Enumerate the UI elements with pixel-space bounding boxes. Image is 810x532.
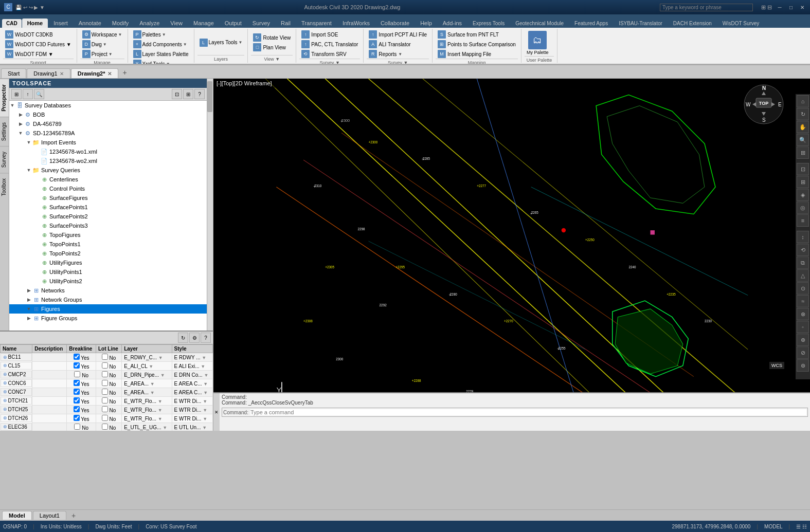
vp-tool-5[interactable]: ≡	[797, 214, 809, 227]
command-input-field[interactable]	[250, 409, 806, 415]
tree-item-survey-queries[interactable]: ▼ 📁 Survey Queries	[9, 166, 207, 175]
tree-item-utility-points1[interactable]: ▶ ⊕ UtilityPoints1	[9, 267, 207, 277]
vp-tool-16[interactable]: ⊛	[797, 359, 809, 372]
layer-dropdown[interactable]: ▼	[150, 390, 155, 395]
add-components-dropdown[interactable]: +Add Components ▼	[131, 40, 191, 49]
data-table[interactable]: Name Description Breakline Lot Line Laye…	[0, 344, 213, 431]
tab-addins[interactable]: Add-ins	[438, 19, 467, 28]
cell-lotline[interactable]: No	[96, 353, 121, 362]
tab-survey[interactable]: Survey	[0, 146, 9, 173]
vp-tool-orbit[interactable]: ↻	[797, 108, 809, 120]
tree-item-surface-points3[interactable]: ▶ ⊕ SurfacePoints3	[9, 221, 207, 230]
style-dropdown[interactable]: ▼	[203, 416, 207, 421]
table-row[interactable]: ⊕ CONC6 Yes No E_AREA... ▼ E AREA C... ▼	[1, 379, 213, 388]
cell-lotline[interactable]: No	[96, 397, 121, 406]
expand-icon-import-events[interactable]: ▼	[26, 139, 32, 145]
table-row[interactable]: ⊕ DTCH21 Yes No E_WTR_Flo... ▼ E WTR Di.…	[1, 397, 213, 406]
viewport[interactable]: [-][Top][2D Wireframe]	[213, 79, 810, 431]
tree-item-topo-figures[interactable]: ▶ ⊕ TopoFigures	[9, 230, 207, 240]
lotline-checkbox[interactable]	[102, 362, 108, 369]
vp-tool-7[interactable]: ⟲	[797, 244, 809, 256]
tab-toolbox[interactable]: Toolbox	[0, 173, 9, 201]
tree-item-network-groups[interactable]: ▶ ⊞ Network Groups	[9, 295, 207, 304]
breakline-checkbox[interactable]	[74, 406, 80, 412]
cell-breakline[interactable]: Yes	[67, 406, 96, 414]
tab-express[interactable]: Express Tools	[467, 19, 510, 28]
rotate-view-button[interactable]: ↻Rotate View	[251, 33, 293, 42]
vp-tool-8[interactable]: ⧉	[797, 256, 809, 269]
table-refresh-icon[interactable]: ↻	[178, 333, 188, 343]
vp-tool-14[interactable]: ⊕	[797, 334, 809, 346]
lotline-checkbox[interactable]	[102, 397, 108, 403]
search-box[interactable]: Type a keyword or phrase	[660, 4, 753, 11]
breakline-checkbox[interactable]	[74, 371, 80, 377]
import-soe-button[interactable]: ↑Import SOE	[299, 30, 360, 39]
ts-up-icon[interactable]: ↑	[23, 89, 33, 99]
layer-dropdown[interactable]: ▼	[158, 355, 163, 360]
cell-breakline[interactable]: Yes	[67, 353, 96, 362]
expand-icon-survey-queries[interactable]: ▼	[26, 167, 32, 173]
tree-item-figure-groups[interactable]: ▶ ⊞ Figure Groups	[9, 314, 207, 323]
cell-lotline[interactable]: No	[96, 388, 121, 397]
expand-icon-figure-groups[interactable]: ▶	[26, 315, 32, 321]
ts-search-icon[interactable]: 🔍	[34, 89, 44, 99]
breakline-checkbox[interactable]	[74, 362, 80, 369]
cell-breakline[interactable]: Yes	[67, 414, 96, 423]
dwg-dropdown[interactable]: DDwg ▼	[80, 40, 124, 49]
tab-output[interactable]: Output	[220, 19, 247, 28]
style-dropdown[interactable]: ▼	[203, 381, 208, 387]
layer-dropdown[interactable]: ▼	[160, 373, 165, 378]
vp-tool-12[interactable]: ⊗	[797, 308, 809, 320]
surface-pnt-flt-button[interactable]: SSurface from PNT FLT	[436, 30, 518, 39]
breakline-checkbox[interactable]	[74, 415, 80, 421]
tab-annotate[interactable]: Annotate	[74, 19, 106, 28]
doc-tab-drawing2[interactable]: Drawing2* ✕	[71, 68, 118, 78]
layer-dropdown[interactable]: ▼	[149, 364, 153, 369]
layer-dropdown[interactable]: ▼	[163, 425, 167, 430]
tab-manage[interactable]: Manage	[188, 19, 219, 28]
tab-analyze[interactable]: Analyze	[134, 19, 165, 28]
col-style[interactable]: Style	[172, 345, 212, 353]
tree-item-centerlines[interactable]: ▶ ⊕ Centerlines	[9, 175, 207, 184]
wisdot-c3dkb-button[interactable]: WWisDOT C3DKB	[3, 30, 74, 39]
project-dropdown[interactable]: PProject ▼	[80, 49, 124, 59]
expand-icon-networks[interactable]: ▶	[26, 287, 32, 293]
tab-transparent[interactable]: Transparent	[296, 19, 337, 28]
vp-tool-1[interactable]: ⊡	[797, 163, 809, 175]
tab-wisdot[interactable]: WisDOT Survey	[717, 19, 765, 28]
vp-tool-extents[interactable]: ⊞	[797, 146, 809, 159]
pts-surface-comparison-button[interactable]: ⊞Points to Surface Comparison	[436, 40, 518, 49]
table-row[interactable]: ⊕ DTCH26 Yes No E_WTR_Flo... ▼ E WTR Di.…	[1, 414, 213, 423]
table-row[interactable]: ⊕ DTCH25 Yes No E_WTR_Flo... ▼ E WTR Di.…	[1, 406, 213, 414]
lotline-checkbox[interactable]	[102, 354, 108, 360]
add-layout-button[interactable]: +	[67, 510, 80, 521]
add-tab-button[interactable]: +	[119, 67, 131, 78]
expand-icon-figures[interactable]: ▼	[26, 306, 32, 312]
breakline-checkbox[interactable]	[74, 380, 80, 386]
lotline-checkbox[interactable]	[102, 371, 108, 377]
drawing1-close-icon[interactable]: ✕	[60, 71, 64, 77]
layer-dropdown[interactable]: ▼	[158, 408, 163, 413]
cell-lotline[interactable]: No	[96, 362, 121, 371]
tree-item-networks[interactable]: ▶ ⊞ Networks	[9, 286, 207, 295]
cell-lotline[interactable]: No	[96, 423, 121, 431]
vp-tool-2[interactable]: ⊞	[797, 176, 809, 188]
expand-icon-da456789[interactable]: ▶	[17, 121, 24, 127]
command-close-button[interactable]: ✕	[213, 393, 220, 431]
lotline-checkbox[interactable]	[102, 424, 108, 430]
doc-tab-start[interactable]: Start	[1, 68, 26, 78]
tree-item-import-events[interactable]: ▼ 📁 Import Events	[9, 138, 207, 147]
cell-lotline[interactable]: No	[96, 406, 121, 414]
cell-breakline[interactable]: No	[67, 423, 96, 431]
tree-item-file2[interactable]: ▶ 📄 12345678-wo2.xml	[9, 156, 207, 166]
tab-infraworks[interactable]: InfraWorks	[337, 19, 375, 28]
vp-tool-11[interactable]: ≈	[797, 295, 809, 307]
tab-view[interactable]: View	[165, 19, 188, 28]
wisdot-c3dfutures-button[interactable]: WWisDOT C3D Futures ▼	[3, 40, 74, 49]
layout1-tab[interactable]: Layout1	[33, 511, 66, 520]
table-row[interactable]: ⊕ CL15 Yes No E_ALI_CL ▼ E ALI Exi... ▼	[1, 362, 213, 371]
tab-help[interactable]: Help	[415, 19, 437, 28]
tab-dach[interactable]: DACH Extension	[668, 19, 717, 28]
ts-maximize-icon[interactable]: ⊡	[172, 89, 182, 99]
breakline-checkbox[interactable]	[74, 424, 80, 430]
